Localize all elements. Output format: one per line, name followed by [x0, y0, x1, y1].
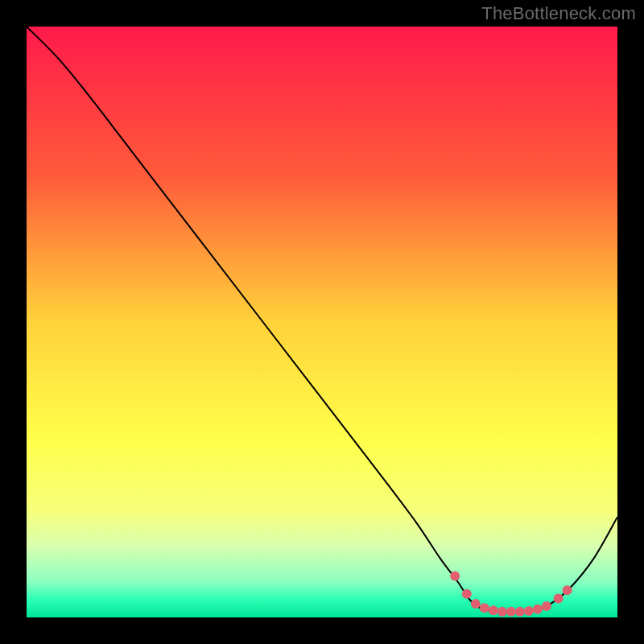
marker-dot: [554, 594, 564, 604]
marker-dot: [506, 607, 516, 617]
marker-dot: [524, 606, 534, 616]
marker-dot: [563, 585, 572, 595]
bottleneck-chart: [0, 0, 644, 644]
marker-dot: [450, 572, 460, 581]
marker-dot: [497, 607, 507, 617]
marker-dot: [489, 605, 498, 615]
watermark-text: TheBottleneck.com: [481, 3, 636, 24]
marker-dot: [471, 599, 481, 609]
marker-dot: [462, 589, 472, 599]
marker-dot: [533, 605, 543, 614]
marker-dot: [542, 601, 551, 611]
chart-frame: TheBottleneck.com: [0, 0, 644, 644]
plot-background: [27, 27, 617, 617]
marker-dot: [480, 603, 489, 613]
marker-dot: [515, 607, 525, 617]
